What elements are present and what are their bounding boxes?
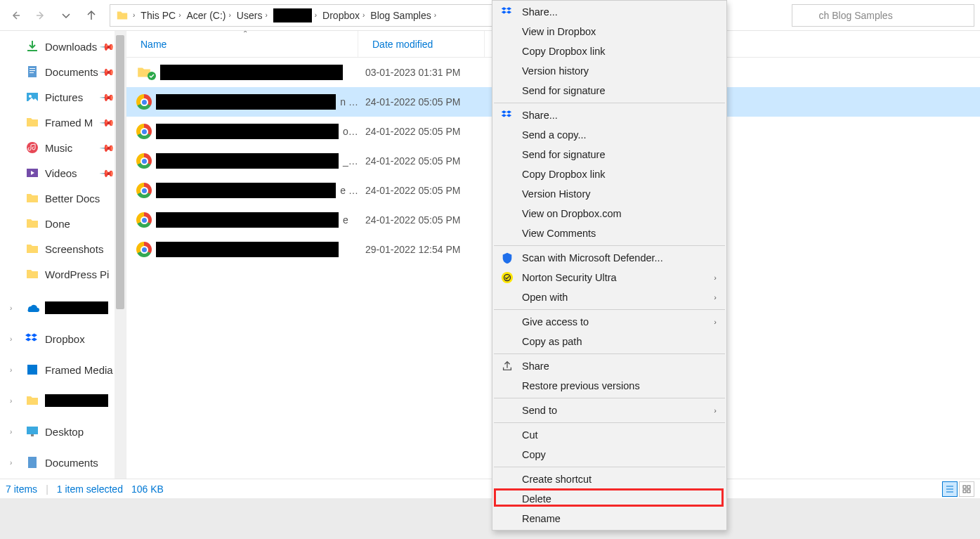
up-button[interactable] <box>81 6 101 25</box>
chevron-right-icon[interactable]: › <box>10 428 12 436</box>
menu-item-share[interactable]: Share <box>492 356 726 376</box>
list-icon <box>945 484 955 494</box>
menu-item-view-on-dropbox-com[interactable]: View on Dropbox.com <box>492 204 726 223</box>
menu-item-label: Open with <box>522 292 568 303</box>
menu-item-label: Create shortcut <box>522 474 592 485</box>
crumb-users[interactable]: Users› <box>234 5 270 26</box>
onedrive-icon <box>25 301 39 315</box>
menu-item-cut[interactable]: Cut <box>492 425 726 445</box>
menu-item-share[interactable]: Share... <box>492 2 726 22</box>
menu-item-restore-previous-versions[interactable]: Restore previous versions <box>492 376 726 396</box>
sidebar-item-screenshots[interactable]: Screenshots <box>0 236 126 261</box>
sidebar-tree-dropbox[interactable]: ›Dropbox <box>0 326 126 351</box>
sidebar-item-betterdocs[interactable]: Better Docs <box>0 186 126 211</box>
sidebar-item-framed[interactable]: Framed M📌 <box>0 110 126 135</box>
sidebar-item-music[interactable]: Music📌 <box>0 135 126 160</box>
recent-button[interactable] <box>56 6 76 25</box>
folder-icon <box>25 191 39 205</box>
chrome-icon <box>136 242 152 257</box>
main-area: Downloads📌 Documents📌 Pictures📌 Framed M… <box>0 31 980 479</box>
menu-item-label: View Comments <box>522 228 596 239</box>
menu-item-copy-as-path[interactable]: Copy as path <box>492 332 726 351</box>
crumb-dropbox[interactable]: Dropbox› <box>320 5 367 26</box>
menu-item-view-in-dropbox[interactable]: View in Dropbox <box>492 22 726 41</box>
menu-item-open-with[interactable]: Open with› <box>492 287 726 307</box>
menu-item-send-for-signature[interactable]: Send for signature <box>492 145 726 164</box>
chevron-right-icon: › <box>714 406 717 415</box>
sidebar-tree-documents[interactable]: ›Documents <box>0 450 126 475</box>
menu-item-create-shortcut[interactable]: Create shortcut <box>492 469 726 489</box>
sidebar-tree-desktop[interactable]: ›Desktop <box>0 419 126 444</box>
file-date-cell: 29-01-2022 12:54 PM <box>358 244 485 255</box>
chevron-right-icon[interactable]: › <box>10 366 12 374</box>
menu-item-version-history[interactable]: Version history <box>492 61 726 81</box>
menu-item-send-to[interactable]: Send to› <box>492 401 726 420</box>
sidebar-item-done[interactable]: Done <box>0 211 126 236</box>
sidebar-tree-framed[interactable]: ›Framed Media <box>0 357 126 382</box>
download-icon <box>25 39 39 53</box>
document-icon <box>25 455 39 469</box>
framed-icon <box>25 363 39 377</box>
chevron-right-icon[interactable]: › <box>10 335 12 343</box>
menu-item-label: Send for signature <box>522 149 606 160</box>
sidebar-item-documents[interactable]: Documents📌 <box>0 59 126 84</box>
chrome-icon <box>136 94 152 110</box>
sidebar-item-videos[interactable]: Videos📌 <box>0 160 126 186</box>
sidebar-tree-onedrive[interactable]: › <box>0 295 126 320</box>
back-button[interactable] <box>6 6 25 25</box>
menu-item-delete[interactable]: Delete <box>492 489 726 509</box>
menu-item-rename[interactable]: Rename <box>492 509 726 528</box>
folder-icon <box>116 9 129 22</box>
menu-item-scan-with-microsoft-defender[interactable]: Scan with Microsoft Defender... <box>492 248 726 268</box>
chrome-icon <box>136 212 152 228</box>
menu-item-label: Version history <box>522 65 589 77</box>
crumb-current[interactable]: Blog Samples› <box>367 5 439 26</box>
view-toggles <box>942 481 974 497</box>
nav-buttons <box>6 6 101 25</box>
view-details-button[interactable] <box>942 481 958 497</box>
menu-item-give-access-to[interactable]: Give access to› <box>492 312 726 332</box>
menu-item-send-for-signature[interactable]: Send for signature <box>492 81 726 100</box>
sidebar: Downloads📌 Documents📌 Pictures📌 Framed M… <box>0 31 126 479</box>
svg-rect-20 <box>967 486 970 488</box>
sidebar-item-wordpress[interactable]: WordPress Pi <box>0 261 126 287</box>
menu-item-norton-security-ultra[interactable]: Norton Security Ultra› <box>492 268 726 287</box>
chevron-right-icon[interactable]: › <box>10 397 12 405</box>
column-name[interactable]: ⌃Name <box>126 31 358 57</box>
crumb-user-redacted[interactable]: › <box>270 5 320 26</box>
menu-item-copy-dropbox-link[interactable]: Copy Dropbox link <box>492 41 726 61</box>
pin-icon: 📌 <box>99 63 115 79</box>
file-name-cell: e … <box>126 183 358 198</box>
desktop-icon <box>25 424 39 439</box>
column-date[interactable]: Date modified <box>358 31 485 57</box>
crumb-this-pc[interactable]: This PC› <box>138 5 183 26</box>
bottom-padding <box>0 498 980 539</box>
menu-item-label: Copy Dropbox link <box>522 46 605 57</box>
file-name-cell <box>126 242 358 257</box>
file-date-cell: 03-01-2023 01:31 PM <box>358 67 485 78</box>
menu-separator <box>494 353 725 354</box>
sidebar-tree-redacted[interactable]: › <box>0 388 126 413</box>
menu-item-version-history[interactable]: Version History <box>492 184 726 204</box>
menu-item-send-a-copy[interactable]: Send a copy... <box>492 125 726 145</box>
chevron-right-icon[interactable]: › <box>10 459 12 467</box>
sidebar-item-downloads[interactable]: Downloads📌 <box>0 34 126 59</box>
menu-item-label: View on Dropbox.com <box>522 208 622 219</box>
file-name-redacted <box>156 94 336 110</box>
menu-item-label: Scan with Microsoft Defender... <box>522 252 663 264</box>
chevron-right-icon: › <box>714 273 717 282</box>
crumb-folder-icon[interactable]: › <box>113 5 138 26</box>
menu-item-copy[interactable]: Copy <box>492 445 726 465</box>
crumb-drive[interactable]: Acer (C:)› <box>183 5 233 26</box>
forward-button[interactable] <box>31 6 51 25</box>
menu-item-share[interactable]: Share... <box>492 105 726 125</box>
search-input[interactable]: Search Blog Samples <box>792 4 974 27</box>
file-date-cell: 24-01-2022 05:05 PM <box>358 126 485 137</box>
file-date-cell: 24-01-2022 05:05 PM <box>358 185 485 196</box>
svg-rect-12 <box>27 427 38 434</box>
menu-item-view-comments[interactable]: View Comments <box>492 223 726 243</box>
sidebar-item-pictures[interactable]: Pictures📌 <box>0 84 126 110</box>
chevron-right-icon[interactable]: › <box>10 304 12 312</box>
menu-item-copy-dropbox-link[interactable]: Copy Dropbox link <box>492 164 726 184</box>
view-icons-button[interactable] <box>959 481 974 497</box>
